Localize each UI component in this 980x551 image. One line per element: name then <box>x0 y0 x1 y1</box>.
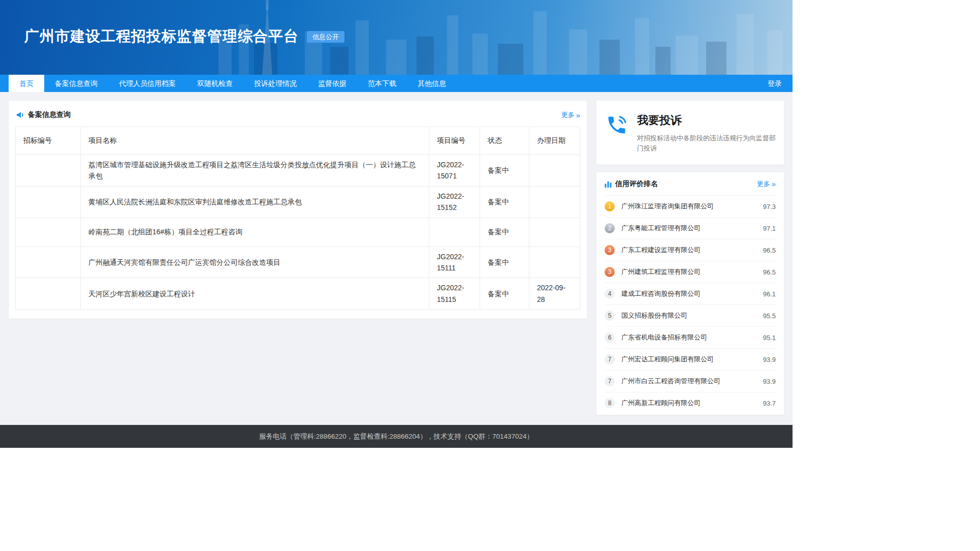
cell-project-name[interactable]: 岭南苑二期（北组团16#栋）项目全过程工程咨询 <box>81 218 429 247</box>
col-bid-number: 招标编号 <box>16 127 81 155</box>
nav-tab-complaint-handling[interactable]: 投诉处理情况 <box>243 75 307 92</box>
rank-badge: 7 <box>605 376 615 386</box>
complaint-description: 对招投标活动中各阶段的违法违规行为向监督部门投诉 <box>637 133 779 154</box>
nav-tab-agent-credit-archive[interactable]: 代理人员信用档案 <box>108 75 186 92</box>
main-content: 备案信息查询 更多 » 招标编号 项目名称 项目编号 状态 办理日期 <box>0 92 793 425</box>
ranking-list-item: 7 广州宏达工程顾问集团有限公司 93.9 <box>605 348 776 370</box>
cell-bid-number <box>16 278 81 310</box>
col-project-name: 项目名称 <box>81 127 429 155</box>
cell-project-name[interactable]: 黄埔区人民法院长洲法庭和东院区审判法庭维修改造工程施工总承包 <box>81 186 429 218</box>
table-row: 天河区少年宫新校区建设工程设计 JG2022-15115 备案中 2022-09… <box>16 278 580 310</box>
table-header-row: 招标编号 项目名称 项目编号 状态 办理日期 <box>16 127 580 155</box>
rank-score: 97.3 <box>763 203 776 210</box>
cell-project-number <box>429 218 480 247</box>
rank-badge-bronze: 3 <box>605 267 615 277</box>
credit-ranking-title: 信用评价排名 <box>615 179 658 189</box>
col-project-number: 项目编号 <box>429 127 480 155</box>
table-row: 黄埔区人民法院长洲法庭和东院区审判法庭维修改造工程施工总承包 JG2022-15… <box>16 186 580 218</box>
info-disclosure-badge[interactable]: 信息公开 <box>307 31 344 43</box>
rank-score: 95.1 <box>763 334 776 342</box>
rank-company-name: 广州建筑工程监理有限公司 <box>621 267 763 277</box>
cell-project-number: JG2022-15111 <box>429 247 480 278</box>
records-table: 招标编号 项目名称 项目编号 状态 办理日期 荔湾区城市管理基础设施升级改造工程… <box>15 127 580 310</box>
footer: 服务电话（管理科:28866220，监督检查科:28866204），技术支持（Q… <box>0 425 793 448</box>
more-label: 更多 <box>561 110 575 119</box>
cell-bid-number <box>16 218 81 247</box>
cell-bid-number <box>16 247 81 278</box>
page: 广州市建设工程招投标监督管理综合平台 信息公开 首页 备案信息查询 代理人员信用… <box>0 0 793 448</box>
cell-status: 备案中 <box>480 218 529 247</box>
cell-project-number: JG2022-15152 <box>429 186 480 218</box>
nav-tab-double-random-check[interactable]: 双随机检查 <box>186 75 243 92</box>
rank-badge: 7 <box>605 354 615 364</box>
rank-company-name: 国义招标股份有限公司 <box>621 311 763 320</box>
rank-badge-silver: 2 <box>605 223 615 233</box>
complaint-card[interactable]: 我要投诉 对招投标活动中各阶段的违法违规行为向监督部门投诉 <box>596 101 784 165</box>
col-status: 状态 <box>480 127 529 155</box>
rank-company-name: 广州市白云工程咨询管理有限公司 <box>621 377 763 386</box>
cell-project-name[interactable]: 广州融通天河宾馆有限责任公司广运宾馆分公司综合改造项目 <box>81 247 429 278</box>
rank-badge-gold: 1 <box>605 201 615 211</box>
cell-project-name[interactable]: 天河区少年宫新校区建设工程设计 <box>81 278 429 310</box>
table-row: 广州融通天河宾馆有限责任公司广运宾馆分公司综合改造项目 JG2022-15111… <box>16 247 580 278</box>
cell-date <box>529 155 580 187</box>
credit-ranking-header: 信用评价排名 更多 » <box>605 172 776 195</box>
rank-company-name: 广东工程建设监理有限公司 <box>621 246 763 255</box>
cell-status: 备案中 <box>480 155 529 187</box>
table-row: 岭南苑二期（北组团16#栋）项目全过程工程咨询 备案中 <box>16 218 580 247</box>
rank-score: 96.5 <box>763 247 776 254</box>
record-query-card-header: 备案信息查询 更多 » <box>15 107 580 123</box>
ranking-list-item: 3 广州建筑工程监理有限公司 96.5 <box>605 261 776 283</box>
rank-company-name: 广东省机电设备招标有限公司 <box>621 333 763 342</box>
rank-company-name: 建成工程咨询股份有限公司 <box>621 289 763 298</box>
rank-company-name: 广州宏达工程顾问集团有限公司 <box>621 355 763 364</box>
ranking-list-item: 5 国义招标股份有限公司 95.5 <box>605 304 776 326</box>
complaint-card-body: 我要投诉 对招投标活动中各阶段的违法违规行为向监督部门投诉 <box>637 113 779 154</box>
rank-badge-bronze: 3 <box>605 245 615 255</box>
col-date: 办理日期 <box>529 127 580 155</box>
rank-score: 96.5 <box>763 268 776 276</box>
rank-company-name: 广东粤能工程管理有限公司 <box>621 224 763 233</box>
cell-date <box>529 218 580 247</box>
rank-score: 96.1 <box>763 290 776 298</box>
cell-project-number: JG2022-15071 <box>429 155 480 187</box>
footer-contact-text: 服务电话（管理科:28866220，监督检查科:28866204），技术支持（Q… <box>259 432 533 441</box>
credit-ranking-card: 信用评价排名 更多 » 1 广州珠江监理咨询集团有限公司 97.3 2 广东粤能… <box>596 172 784 415</box>
bar-chart-icon <box>605 180 612 188</box>
megaphone-icon <box>15 110 24 119</box>
rank-badge: 8 <box>605 398 615 408</box>
nav-spacer <box>457 75 766 92</box>
cell-status: 备案中 <box>480 278 529 310</box>
login-link[interactable]: 登录 <box>766 75 784 92</box>
cell-bid-number <box>16 186 81 218</box>
ranking-list-item: 8 广州高新工程顾问有限公司 93.7 <box>605 392 776 414</box>
rank-badge: 4 <box>605 289 615 299</box>
rank-score: 93.9 <box>763 356 776 363</box>
nav-tab-other-info[interactable]: 其他信息 <box>407 75 457 92</box>
ranking-list-item: 6 广东省机电设备招标有限公司 95.1 <box>605 326 776 348</box>
cell-status: 备案中 <box>480 186 529 218</box>
cell-date: 2022-09-28 <box>529 278 580 310</box>
records-more-link[interactable]: 更多 » <box>561 110 580 119</box>
rank-score: 97.1 <box>763 225 776 232</box>
nav-tab-supervision-basis[interactable]: 监督依据 <box>307 75 357 92</box>
cell-status: 备案中 <box>480 247 529 278</box>
table-row: 荔湾区城市管理基础设施升级改造工程项目之荔湾区生活垃圾分类投放点优化提升项目（一… <box>16 155 580 187</box>
complaint-title: 我要投诉 <box>637 113 779 128</box>
nav-tab-template-download[interactable]: 范本下载 <box>357 75 407 92</box>
cell-bid-number <box>16 155 81 187</box>
phone-waves-icon <box>606 113 629 154</box>
chevron-double-icon: » <box>576 111 580 119</box>
more-label: 更多 <box>757 179 770 189</box>
ranking-list-item: 3 广东工程建设监理有限公司 96.5 <box>605 239 776 261</box>
cell-date <box>529 186 580 218</box>
nav-tab-record-query[interactable]: 备案信息查询 <box>44 75 108 92</box>
sidebar: 我要投诉 对招投标活动中各阶段的违法违规行为向监督部门投诉 信用评价排名 <box>596 101 784 415</box>
ranking-more-link[interactable]: 更多 » <box>757 179 776 189</box>
ranking-list-item: 2 广东粤能工程管理有限公司 97.1 <box>605 217 776 239</box>
cell-project-name[interactable]: 荔湾区城市管理基础设施升级改造工程项目之荔湾区生活垃圾分类投放点优化提升项目（一… <box>81 155 429 187</box>
chevron-double-icon: » <box>772 180 776 188</box>
banner-content: 广州市建设工程招投标监督管理综合平台 信息公开 <box>0 0 793 47</box>
nav-tab-home[interactable]: 首页 <box>9 75 44 92</box>
ranking-list-item: 7 广州市白云工程咨询管理有限公司 93.9 <box>605 370 776 392</box>
